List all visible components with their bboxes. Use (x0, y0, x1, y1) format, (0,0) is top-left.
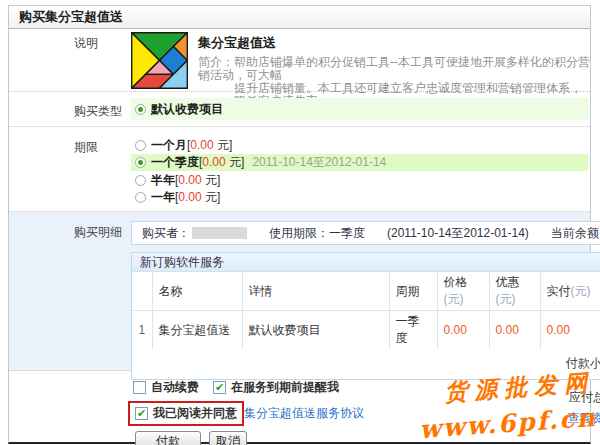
radio-half-year[interactable]: 半年[0.00 元] (131, 172, 590, 188)
purchase-type-label: 购买类型 (74, 92, 131, 126)
pay-button[interactable]: 付款 (135, 431, 201, 445)
buyer-info-bar: 购买者： 使用期限：一季度 (2011-10-14至2012-01-14) 当前… (131, 221, 600, 245)
check-icon: ✔ (137, 408, 146, 419)
services-table: 新订购软件服务 名称 详情 周期 价格(元) 优惠(元) 实付(元) 1 集分宝… (131, 252, 600, 380)
agree-label: 我已阅读并同意 (153, 405, 237, 422)
term-section: 期限 一个月[0.00 元] 一个季度[0.00 元]2011-10-14至20… (9, 127, 590, 212)
radio-icon[interactable] (135, 157, 146, 168)
radio-default-charge[interactable]: 默认收费项目 (131, 98, 588, 120)
intro-prefix: 简介： (198, 55, 234, 69)
auto-renew-checkbox[interactable] (133, 381, 146, 394)
radio-icon[interactable] (135, 104, 146, 115)
radio-icon[interactable] (135, 192, 146, 203)
radio-one-month[interactable]: 一个月[0.00 元] (131, 137, 590, 153)
purchase-type-section: 购买类型 默认收费项目 (9, 92, 590, 127)
description-section: 说明 集分宝超值送 简介：帮助店铺爆单的积分促销工具--本工具可便捷地开展多样化… (9, 29, 590, 92)
term-label: 期限 (74, 127, 131, 211)
buyer-label: 购买者： (142, 225, 190, 242)
term-date-range: 2011-10-14至2012-01-14 (252, 155, 386, 169)
buyer-name-redacted (192, 227, 247, 239)
usage-date-range: (2011-10-14至2012-01-14) (387, 225, 529, 242)
balance-label: 当前余额： (551, 225, 600, 242)
check-icon: ✔ (215, 382, 224, 393)
tangram-logo-icon (131, 32, 188, 89)
confirm-section: 自动续费 ✔ 在服务到期前提醒我 ✔ 我已阅读并同意 集分宝超值送服务协议 付款… (9, 371, 590, 445)
radio-icon[interactable] (135, 140, 146, 151)
radio-icon[interactable] (135, 175, 146, 186)
description-label: 说明 (74, 32, 131, 91)
purchase-dialog: 购买集分宝超值送 说明 集分宝超值送 简介：帮助店铺爆单的积 (8, 5, 591, 444)
cancel-button[interactable]: 取消 (209, 431, 247, 445)
radio-one-year[interactable]: 一年[0.00 元] (131, 189, 590, 205)
table-header-row: 名称 详情 周期 价格(元) 优惠(元) 实付(元) (132, 272, 600, 311)
table-row: 1 集分宝超值送 默认收费项目 一季度 0.00 0.00 0.00 (132, 311, 600, 350)
usage-term: 使用期限：一季度 (269, 225, 365, 242)
remind-label: 在服务到期前提醒我 (231, 379, 339, 396)
dialog-title: 购买集分宝超值送 (9, 6, 590, 29)
highlight-annotation-box: ✔ 我已阅读并同意 (128, 401, 244, 426)
purchase-detail-label: 购买明细 (74, 221, 131, 370)
agreement-link[interactable]: 集分宝超值送服务协议 (244, 405, 364, 422)
radio-one-quarter[interactable]: 一个季度[0.00 元]2011-10-14至2012-01-14 (131, 154, 588, 171)
product-title: 集分宝超值送 (198, 34, 590, 52)
purchase-detail-section: 购买明细 购买者： 使用期限：一季度 (2011-10-14至2012-01-1… (9, 212, 590, 371)
auto-renew-label: 自动续费 (151, 379, 199, 396)
table-section-title: 新订购软件服务 (132, 253, 600, 272)
remind-checkbox[interactable]: ✔ (213, 381, 226, 394)
agree-checkbox[interactable]: ✔ (135, 407, 148, 420)
